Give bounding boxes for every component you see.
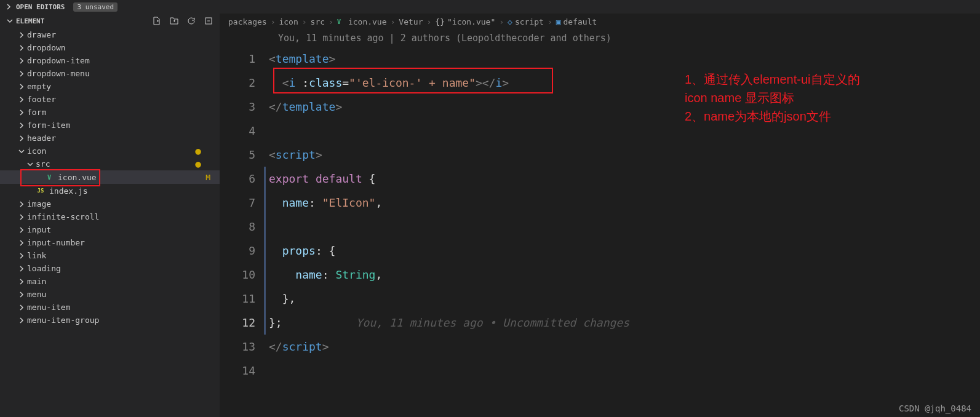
chevron-right-icon xyxy=(17,279,26,285)
js-icon: JS xyxy=(36,186,46,196)
line-number: 9 xyxy=(220,239,255,263)
chevron-right-icon xyxy=(17,304,26,311)
chevron-right-icon: › xyxy=(391,17,396,26)
crumb-icon[interactable]: icon xyxy=(279,17,298,26)
line-number: 3 xyxy=(220,95,255,119)
tree-item-main[interactable]: main xyxy=(0,275,220,288)
crumb-packages[interactable]: packages xyxy=(228,17,267,26)
crumb-vetur[interactable]: Vetur xyxy=(399,17,423,26)
chevron-right-icon xyxy=(5,3,12,10)
chevron-right-icon xyxy=(17,227,26,233)
tree-item-label: empty xyxy=(27,82,51,91)
line-number: 4 xyxy=(220,119,255,143)
crumb-src[interactable]: src xyxy=(311,17,325,26)
line-number: 10 xyxy=(220,263,255,287)
chevron-right-icon xyxy=(17,122,26,129)
editor-area: packages › icon › src › Vicon.vue › Vetu… xyxy=(220,14,980,417)
tree-item-footer[interactable]: footer xyxy=(0,93,220,106)
tree-item-dropdown-menu[interactable]: dropdown-menu xyxy=(0,67,220,80)
chevron-right-icon xyxy=(17,109,26,116)
crumb-script[interactable]: ◇ script xyxy=(508,17,544,26)
tree-item-infinite-scroll[interactable]: infinite-scroll xyxy=(0,210,220,223)
refresh-icon[interactable] xyxy=(186,16,196,26)
tree-item-header[interactable]: header xyxy=(0,132,220,145)
line-number: 5 xyxy=(220,143,255,167)
tree-item-src[interactable]: src● xyxy=(0,157,220,170)
modified-dot-icon: ● xyxy=(195,145,201,157)
chevron-right-icon xyxy=(17,71,26,77)
tree-item-label: menu-item xyxy=(27,303,70,312)
chevron-down-icon xyxy=(17,148,26,154)
tree-item-menu[interactable]: menu xyxy=(0,288,220,301)
modified-m-badge: M xyxy=(205,173,210,182)
chevron-down-icon xyxy=(26,161,34,167)
chevron-right-icon: › xyxy=(548,17,552,26)
tree-item-label: input xyxy=(27,225,51,234)
tree-item-form[interactable]: form xyxy=(0,106,220,119)
tree-item-icon[interactable]: icon● xyxy=(0,145,220,157)
crumb-iconvue[interactable]: Vicon.vue xyxy=(337,17,387,26)
tree-item-label: index.js xyxy=(49,186,88,196)
chevron-right-icon xyxy=(17,266,26,272)
line-number: 11 xyxy=(220,287,255,311)
tree-item-label: main xyxy=(27,277,46,286)
new-folder-icon[interactable] xyxy=(169,16,179,26)
tree-item-dropdown[interactable]: dropdown xyxy=(0,41,220,54)
tree-item-icon-vue[interactable]: Vicon.vueM xyxy=(0,170,220,184)
chevron-right-icon xyxy=(17,240,26,246)
code-highlight-box xyxy=(273,68,553,93)
tree-item-label: input-number xyxy=(27,238,85,247)
tree-item-label: dropdown-item xyxy=(27,56,90,65)
tree-item-index-js[interactable]: JSindex.js xyxy=(0,184,220,197)
line-number: 12 xyxy=(220,311,255,335)
chevron-right-icon: › xyxy=(427,17,432,26)
line-number: 2 xyxy=(220,71,255,95)
modified-dot-icon: ● xyxy=(195,158,201,170)
line-number: 8 xyxy=(220,215,255,239)
chevron-right-icon xyxy=(17,201,26,207)
tree-item-label: loading xyxy=(27,264,61,273)
crumb-iconvue2[interactable]: {} "icon.vue" xyxy=(435,17,495,26)
line-gutter: 1234567891011121314 xyxy=(220,47,269,417)
gitlens-inline-hint: You, 11 minutes ago • Uncommitted change… xyxy=(356,316,629,329)
tree-item-dropdown-item[interactable]: dropdown-item xyxy=(0,54,220,67)
chevron-right-icon: › xyxy=(499,17,504,26)
chevron-right-icon xyxy=(17,135,26,141)
new-file-icon[interactable] xyxy=(152,16,162,26)
tree-item-label: link xyxy=(27,251,46,260)
open-editors-label: OPEN EDITORS xyxy=(16,3,65,11)
line-number: 1 xyxy=(220,47,255,71)
tree-item-menu-item[interactable]: menu-item xyxy=(0,301,220,314)
open-editors-section[interactable]: OPEN EDITORS 3 unsaved xyxy=(0,2,118,12)
explorer-sidebar: ELEMENT drawerdropdowndropdown-itemdropd… xyxy=(0,14,220,417)
tree-item-label: menu-item-group xyxy=(27,316,99,325)
tree-item-image[interactable]: image xyxy=(0,197,220,210)
breadcrumbs[interactable]: packages › icon › src › Vicon.vue › Vetu… xyxy=(220,14,980,30)
tree-item-drawer[interactable]: drawer xyxy=(0,28,220,41)
unsaved-badge: 3 unsaved xyxy=(73,2,118,12)
tree-item-menu-item-group[interactable]: menu-item-group xyxy=(0,314,220,327)
chevron-right-icon xyxy=(17,97,26,103)
annotation-text: 1、通过传入element-ui自定义的 icon name 显示图标 2、na… xyxy=(685,70,918,125)
crumb-default[interactable]: ▣ default xyxy=(556,17,597,26)
chevron-right-icon xyxy=(17,253,26,259)
tree-item-label: src xyxy=(36,159,50,169)
tree-item-label: image xyxy=(27,199,51,208)
sidebar-header[interactable]: ELEMENT xyxy=(0,14,220,28)
line-number: 14 xyxy=(220,359,255,383)
tree-item-empty[interactable]: empty xyxy=(0,80,220,93)
tree-item-link[interactable]: link xyxy=(0,249,220,262)
tree-item-loading[interactable]: loading xyxy=(0,262,220,275)
chevron-down-icon xyxy=(6,17,14,25)
tree-item-label: dropdown-menu xyxy=(27,69,90,78)
tree-item-input-number[interactable]: input-number xyxy=(0,236,220,249)
chevron-right-icon xyxy=(17,214,26,220)
gitlens-banner: You, 11 minutes ago | 2 authors (Leopold… xyxy=(220,30,980,47)
tree-item-input[interactable]: input xyxy=(0,223,220,236)
watermark: CSDN @jqh_0484 xyxy=(899,403,971,413)
line-number: 6 xyxy=(220,167,255,191)
tree-item-label: menu xyxy=(27,290,46,299)
tree-item-form-item[interactable]: form-item xyxy=(0,119,220,132)
collapse-icon[interactable] xyxy=(204,16,213,26)
file-tree: drawerdropdowndropdown-itemdropdown-menu… xyxy=(0,28,220,417)
